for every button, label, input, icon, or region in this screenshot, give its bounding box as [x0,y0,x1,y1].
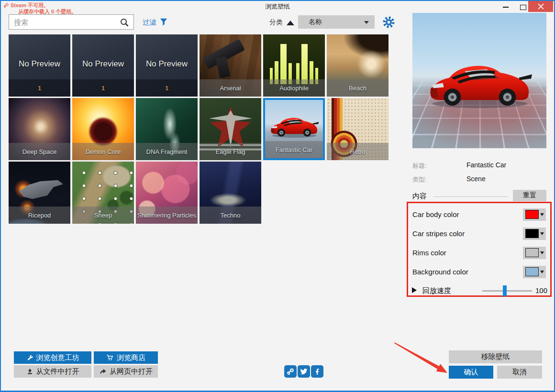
upload-icon [26,368,33,375]
playback-speed-slider-handle[interactable] [503,285,507,296]
window-title: 浏览壁纸 [1,2,554,11]
type-value: Scene [466,175,486,183]
tile-badge: 1 [38,85,41,92]
tile-badge: 1 [165,85,168,92]
browse-store-button[interactable]: 浏览商店 [94,351,158,364]
wrench-icon [26,354,33,361]
color-swatch [525,229,539,238]
wallpaper-grid: No Preview 1 No Preview 1 No Preview 1 A… [9,34,390,224]
tile-label: Beach [349,85,366,92]
twitter-social-button[interactable] [298,365,310,378]
open-from-file-button[interactable]: 从文件中打开 [14,365,91,378]
chevron-down-icon [364,21,369,24]
content-divider [433,196,508,197]
chevron-down-icon [540,213,544,216]
sort-dropdown-value: 名称 [309,18,322,26]
open-from-web-button[interactable]: 从网页中打开 [94,365,158,378]
rims-color-picker[interactable] [523,247,546,259]
playback-speed-value: 100 [531,286,547,294]
car-stripes-color-label: Car stripes color [412,229,465,238]
tile-no-preview-3[interactable]: No Preview 1 [136,34,198,97]
search-input[interactable] [9,14,134,30]
chevron-down-icon [540,271,544,273]
chevron-down-icon [540,251,544,254]
sort-category-label: 分类 [269,18,283,27]
car-body-color-picker[interactable] [523,208,546,221]
remove-wallpaper-button[interactable]: 移除壁纸 [449,350,542,363]
filter-label[interactable]: 过滤 [143,18,156,27]
tile-label: Fantastic Car [276,146,312,153]
tile-label: Arsenal [220,85,241,92]
tile-sheep[interactable]: Sheep [72,162,134,224]
tile-arsenal[interactable]: Arsenal [200,34,261,97]
facebook-social-button[interactable] [311,365,323,378]
tile-label: Eagle Flag [215,148,245,155]
color-swatch [525,267,539,276]
steam-social-button[interactable] [284,365,297,378]
playback-speed-label: 回放速度 [422,286,451,295]
maximize-icon [520,5,526,10]
curved-arrow-icon [99,368,107,375]
close-icon [538,3,544,10]
tile-eagle-flag[interactable]: Eagle Flag [200,98,261,160]
maximize-button[interactable] [516,3,530,11]
background-color-label: Background color [412,268,468,276]
chevron-down-icon [540,232,544,235]
twitter-bird-icon [300,367,308,376]
content-section-label: 内容 [412,192,427,201]
playback-speed-slider-track[interactable] [482,290,532,292]
tile-label: Ricepod [28,212,51,219]
filter-icon[interactable] [159,18,168,26]
steam-logo-icon [286,367,295,376]
tile-audiophile[interactable]: Audiophile [263,34,325,97]
tile-dna-fragment[interactable]: DNA Fragment [136,98,198,160]
tile-label: Sheep [94,212,112,219]
steam-icon [3,2,9,9]
browse-workshop-button[interactable]: 浏览创意工坊 [14,351,91,364]
gun-grip-artwork [216,56,230,78]
tile-label: Deep Space [22,148,57,155]
car-body-color-label: Car body color [412,210,459,218]
tile-label: No Preview [72,59,134,69]
tile-no-preview-2[interactable]: No Preview 1 [72,34,134,97]
annotation-arrow [388,337,455,380]
cart-icon [106,354,114,361]
tile-retro[interactable]: Retro [327,98,388,160]
sort-dropdown[interactable]: 名称 [298,15,375,29]
title-value: Fantastic Car [466,161,506,169]
tile-beach[interactable]: Beach [327,34,388,97]
confirm-button[interactable]: 确认 [449,366,493,379]
sort-ascending-icon[interactable] [287,21,294,25]
tile-deep-space[interactable]: Deep Space [9,98,70,160]
wallpaper-preview [412,13,546,148]
tile-label: Audiophile [279,85,309,92]
tile-label: Demon Core [86,148,121,155]
preview-car-artwork [423,50,537,112]
rims-color-label: Rims color [412,249,446,257]
tile-label: DNA Fragment [146,148,188,155]
tile-label: Techno [221,212,241,219]
tile-label: No Preview [136,59,198,69]
close-button[interactable] [528,1,553,12]
type-label: 类型: [412,175,427,184]
tile-fantastic-car-selected[interactable]: Fantastic Car [263,98,325,160]
cancel-button[interactable]: 取消 [497,366,542,379]
car-stripes-color-picker[interactable] [523,228,546,240]
minimize-icon [503,7,509,8]
tile-ricepod[interactable]: Ricepod [9,162,70,224]
car-thumbnail [267,110,321,140]
tile-shimmering-particles[interactable]: Shimmering Particles [136,162,198,224]
tile-techno[interactable]: Techno [200,162,261,224]
background-color-picker[interactable] [523,266,546,278]
browse-wallpapers-dialog: 浏览壁纸 Steam 不可用。 从缓存中载入 0 个壁纸。 过滤 分类 名称 N… [0,0,555,392]
expand-triangle-icon[interactable] [412,287,417,293]
search-icon[interactable] [120,18,129,27]
minimize-button[interactable] [499,3,512,11]
reset-button[interactable]: 重置 [513,190,546,201]
settings-gear-icon[interactable] [382,16,395,29]
tile-label: No Preview [9,59,70,69]
color-swatch [525,210,539,219]
tile-demon-core[interactable]: Demon Core [72,98,134,160]
title-label: 标题: [412,162,427,170]
tile-no-preview-1[interactable]: No Preview 1 [9,34,70,97]
